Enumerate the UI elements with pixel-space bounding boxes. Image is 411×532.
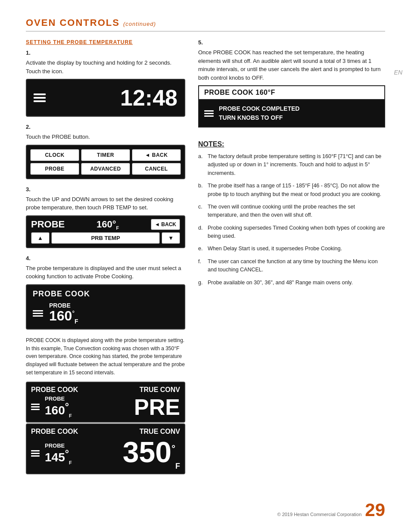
ld-big-temp-1: PRE [134, 396, 180, 418]
menu-icon [34, 93, 46, 102]
note-e: e. When Delay Start is used, it supersed… [198, 245, 385, 253]
clock-time: 12:48 [120, 85, 177, 111]
note-a-letter: a. [198, 152, 204, 177]
probe-cook-info: PROBE 160°F [49, 302, 78, 324]
probe-set-temp: 160°F [97, 219, 119, 230]
step-2-text: Touch the PROBE button. [26, 133, 185, 141]
page-number: 29 [365, 501, 385, 519]
ld-probe-temp-2: 145°F [45, 449, 72, 465]
menu-line [34, 100, 46, 102]
advanced-button[interactable]: ADVANCED [81, 163, 130, 175]
prb-temp-button[interactable]: PRB TEMP [51, 232, 160, 244]
up-arrow-button[interactable]: ▲ [31, 232, 50, 244]
back-button[interactable]: ◄ BACK [132, 149, 181, 161]
probe-cook-title: PROBE COOK [33, 289, 178, 299]
probe-row1: PROBE 160°F ◄ BACK [27, 216, 184, 230]
probe-cook-probe-temp: 160°F [49, 309, 78, 324]
step-5-number: 5. [198, 39, 385, 46]
probe-sub: F [116, 225, 119, 230]
note-g-text: Probe available on 30", 36", and 48" Ran… [208, 279, 353, 287]
probe-cook-menu-icon [33, 310, 43, 317]
ld-probe-temp-val-1: 160 [45, 404, 65, 417]
note-a-text: The factory default probe temperature se… [208, 152, 385, 177]
time-display-screen: 12:48 [26, 79, 185, 117]
ld-icon-line [31, 409, 40, 410]
probe-completed-line1: PROBE COOK COMPLETED [219, 104, 299, 113]
probe-cook-sup: ° [72, 310, 75, 317]
probe-completed-header: PROBE COOK 160°F [199, 86, 384, 100]
icon-line [33, 310, 43, 311]
ld-conv-2: TRUE CONV [140, 428, 180, 436]
ld-big-temp-2: 350°F [123, 437, 180, 470]
step-4-text: The probe temperature is displayed and t… [26, 264, 185, 281]
probe-row2: ▲ PRB TEMP ▼ [27, 230, 184, 247]
ld-title-2: PROBE COOK [31, 428, 78, 436]
probe-label: PROBE [31, 219, 65, 230]
step-3: 3. Touch the UP and DOWN arrows to set t… [26, 186, 185, 248]
step-4: 4. The probe temperature is displayed an… [26, 255, 185, 330]
pc-icon-line [204, 113, 214, 114]
ld-header-1: PROBE COOK TRUE CONV [31, 386, 180, 394]
probe-cook-body-text: PROBE COOK is displayed along with the p… [26, 336, 185, 376]
copyright-text: © 2019 Hestan Commercial Corporation [277, 512, 361, 517]
notes-title: NOTES: [198, 140, 385, 148]
ld-header-2: PROBE COOK TRUE CONV [31, 428, 180, 436]
note-c: c. The oven will continue cooking until … [198, 203, 385, 220]
probe-cook-temp-val: 160 [49, 308, 72, 324]
note-b-text: The probe itself has a range of 115 - 18… [208, 182, 385, 199]
ld-title-1: PROBE COOK [31, 386, 78, 394]
pc-icon-line [204, 110, 214, 112]
step-5-text: Once PROBE COOK has reached the set temp… [198, 48, 385, 82]
note-d: d. Probe cooking supersedes Timed Cookin… [198, 224, 385, 241]
ld-body-1: PROBE 160°F PRE [31, 395, 180, 418]
probe-completed-text: PROBE COOK COMPLETED TURN KNOBS TO OFF [219, 104, 299, 122]
menu-line [34, 93, 46, 95]
down-arrow-button[interactable]: ▼ [162, 232, 180, 244]
ld-icon-line [31, 453, 40, 454]
menu-line [34, 97, 46, 99]
ld-icon-line [31, 455, 40, 457]
note-f-letter: f. [198, 258, 204, 274]
header-main-title: OVEN CONTROLS [26, 17, 120, 28]
ld-icon-line [31, 404, 40, 405]
header-continued: (continued) [123, 21, 156, 27]
ld-probe-sup-2: ° [65, 448, 69, 459]
page-header: OVEN CONTROLS (continued) [26, 17, 385, 31]
icon-line [33, 315, 43, 317]
step-4-number: 4. [26, 255, 185, 261]
ld-big-val-2: 350 [123, 436, 171, 468]
step-3-number: 3. [26, 186, 185, 193]
probe-button[interactable]: PROBE [30, 163, 79, 175]
probe-cook-sub: F [75, 318, 78, 325]
ld-icon-line [31, 450, 40, 451]
note-g-letter: g. [198, 279, 204, 287]
clock-button[interactable]: CLOCK [30, 149, 79, 161]
note-d-letter: d. [198, 224, 204, 241]
step-2: 2. Touch the PROBE button. CLOCK TIMER ◄… [26, 124, 185, 179]
ld-probe-temp-val-2: 145 [45, 451, 65, 464]
section-title: SETTING THE PROBE TEMPERATURE [26, 39, 185, 45]
ld-conv-1: TRUE CONV [140, 386, 180, 394]
ld-probe-info-2: PROBE 145°F [45, 442, 72, 465]
probe-back-button[interactable]: ◄ BACK [151, 219, 180, 230]
probe-completed-line2: TURN KNOBS TO OFF [219, 113, 299, 122]
ld-body-2: PROBE 145°F 350°F [31, 437, 180, 470]
page-footer: © 2019 Hestan Commercial Corporation 29 [277, 501, 385, 519]
note-e-text: When Delay Start is used, it supersedes … [208, 245, 342, 253]
timer-button[interactable]: TIMER [81, 149, 130, 161]
step-2-number: 2. [26, 124, 185, 130]
ld-menu-icon-1 [31, 404, 40, 410]
cancel-button[interactable]: CANCEL [132, 163, 181, 175]
ld-icon-probe-1: PROBE 160°F [31, 395, 72, 418]
button-grid: CLOCK TIMER ◄ BACK PROBE ADVANCED CANCEL [26, 145, 185, 179]
note-b-letter: b. [198, 182, 204, 199]
display-time: 12:48 [34, 85, 177, 111]
notes-list: a. The factory default probe temperature… [198, 152, 385, 287]
note-b: b. The probe itself has a range of 115 -… [198, 182, 385, 199]
probe-cook-body: PROBE 160°F [33, 302, 178, 324]
ld-probe-sub-2: F [69, 460, 72, 465]
step-1: 1. Activate the display by touching and … [26, 50, 185, 117]
probe-cook-screen: PROBE COOK PROBE 160°F [26, 284, 185, 330]
step-1-number: 1. [26, 50, 185, 56]
note-d-text: Probe cooking supersedes Timed Cooking w… [208, 224, 385, 241]
